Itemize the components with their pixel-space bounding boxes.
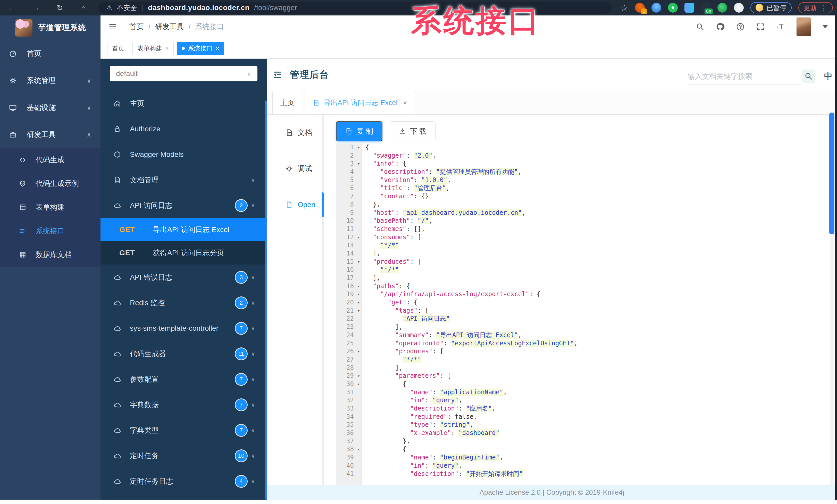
doc-nav-文档[interactable]: 文档 [267,115,322,151]
fold-arrow-icon[interactable]: ▾ [357,233,360,242]
fold-arrow-icon[interactable]: ▾ [357,298,360,307]
api-nav-定时任务日志[interactable]: 定时任务日志4∨ [101,468,267,494]
chevron-down-icon[interactable] [823,25,828,31]
search-icon[interactable] [696,22,705,31]
breadcrumb-item[interactable]: 首页 [129,22,144,32]
gutter-line[interactable]: 26▾ [336,348,361,356]
api-nav-主页[interactable]: 主页 [101,91,267,116]
breadcrumb-item[interactable]: 研发工具 [155,22,184,32]
collapse-menu-icon[interactable] [272,70,283,80]
gutter-line[interactable]: 18▾ [336,282,361,291]
api-nav-Swagger Models[interactable]: Swagger Models [101,142,267,167]
extension-icon[interactable] [652,3,661,13]
gutter-line[interactable]: 29▾ [336,372,361,380]
gutter-line: 13 [336,241,361,249]
tag-view-系统接口[interactable]: 系统接口× [177,42,224,55]
sidebar-subitem-系统接口[interactable]: 系统接口 [0,219,101,243]
back-icon[interactable]: ← [8,3,17,12]
api-operation-获得API 访问日志分页[interactable]: GET获得API 访问日志分页 [101,241,267,264]
sidebar-subitem-数据库文档[interactable]: 数据库文档 [0,243,101,266]
forward-icon[interactable]: → [32,3,41,12]
fold-arrow-icon[interactable]: ▾ [357,372,360,380]
sidebar-item-系统管理[interactable]: 系统管理∨ [0,67,101,94]
bookmark-star-icon[interactable]: ☆ [621,3,628,13]
api-nav-代码生成器[interactable]: 代码生成器11∨ [101,341,267,367]
breadcrumb-item[interactable]: 系统接口 [195,22,224,32]
code-line: ], [366,249,578,258]
code-editor[interactable]: 1▾23▾456789101112▾131415▾161718▾19▾20▾21… [336,144,837,501]
tag-view-表单构建[interactable]: 表单构建× [132,42,174,55]
font-size-icon[interactable]: tT [776,22,785,31]
kebab-menu-icon[interactable]: ⋮ [820,3,828,12]
close-icon[interactable]: × [403,99,407,107]
extension-icon[interactable] [717,3,727,13]
tag-view-首页[interactable]: 首页 [107,42,129,55]
extension-icon[interactable] [734,3,744,13]
gutter-line[interactable]: 15▾ [336,258,361,266]
doc-search-input[interactable] [688,69,801,85]
api-nav-定时任务[interactable]: 定时任务10∨ [101,443,267,468]
doc-tab-主页[interactable]: 主页 [272,91,302,114]
hamburger-icon[interactable] [108,22,117,31]
api-sidebar-scrollbar[interactable] [265,100,267,500]
fold-arrow-icon[interactable]: ▾ [357,290,360,298]
gutter-line[interactable]: 12▾ [336,233,361,242]
doc-tab-导出API 访问日志 Excel[interactable]: 导出API 访问日志 Excel× [305,91,415,114]
download-button[interactable]: 下 载 [390,121,435,142]
fold-arrow-icon[interactable]: ▾ [357,348,360,356]
avatar[interactable] [796,17,811,36]
api-group-select[interactable]: default ∨ [110,66,257,81]
doc-nav-调试[interactable]: 调试 [267,151,322,187]
fold-arrow-icon[interactable]: ▾ [357,307,360,315]
gutter-line[interactable]: 3▾ [336,160,361,168]
api-nav-字典类型[interactable]: 字典类型7∨ [101,417,267,443]
sidebar-subitem-表单构建[interactable]: 表单构建 [0,195,101,219]
gutter-line[interactable]: 20▾ [336,298,361,307]
reload-icon[interactable]: ↻ [55,3,65,12]
extension-icon[interactable]: 1 [635,3,645,13]
app-logo-row[interactable]: 芋道管理系统 [0,16,101,40]
extension-icon[interactable]: 6h [701,3,711,13]
api-nav-API 错误日志[interactable]: API 错误日志3∨ [101,264,267,290]
sidebar-item-首页[interactable]: 首页 [0,40,101,67]
gutter-line[interactable]: 19▾ [336,290,361,298]
github-icon[interactable] [716,22,725,31]
paused-pill[interactable]: 已暂停 [750,2,791,13]
fold-arrow-icon[interactable]: ▾ [357,445,360,453]
gutter-line[interactable]: 30▾ [336,380,361,388]
api-nav-参数配置[interactable]: 参数配置7∨ [101,367,267,392]
fold-arrow-icon[interactable]: ▾ [357,258,360,266]
help-icon[interactable] [736,22,745,31]
gutter-line[interactable]: 21▾ [336,307,361,315]
extension-icon[interactable] [668,3,678,13]
copy-button[interactable]: 复 制 [336,121,382,142]
fullscreen-icon[interactable] [756,22,765,31]
api-operation-导出API 访问日志 Excel[interactable]: GET导出API 访问日志 Excel [101,218,267,241]
gutter-line[interactable]: 1▾ [336,144,361,152]
doc-nav-Open[interactable]: Open [267,187,322,223]
scrollbar-thumb[interactable] [829,113,834,235]
close-icon[interactable]: × [165,45,169,52]
fold-arrow-icon[interactable]: ▾ [357,160,360,168]
api-nav-Authorize[interactable]: Authorize [101,116,267,142]
sidebar-subitem-代码生成示例[interactable]: 代码生成示例 [0,172,101,195]
sidebar-item-基础设施[interactable]: 基础设施∨ [0,94,101,121]
fold-arrow-icon[interactable]: ▾ [357,282,360,291]
security-label[interactable]: 不安全 [117,3,137,12]
fold-arrow-icon[interactable]: ▾ [357,380,360,388]
search-icon[interactable] [802,70,815,83]
sidebar-item-研发工具[interactable]: 研发工具∧ [0,121,101,148]
api-nav-API 访问日志[interactable]: API 访问日志2∧ [101,193,267,218]
update-pill[interactable]: 更新 ⋮ [798,2,833,13]
api-nav-sys-sms-template-controller[interactable]: sys-sms-template-controller7∨ [101,316,267,341]
close-icon[interactable]: × [216,45,219,52]
api-nav-文档管理[interactable]: 文档管理∨ [101,167,267,193]
language-icon[interactable]: 中 [824,71,832,82]
home-icon[interactable]: ⌂ [79,3,88,12]
sidebar-subitem-代码生成[interactable]: 代码生成 [0,148,101,172]
api-nav-字典数据[interactable]: 字典数据7∨ [101,392,267,417]
extension-icon[interactable] [684,3,694,13]
fold-arrow-icon[interactable]: ▾ [357,144,360,152]
api-nav-Redis 监控[interactable]: Redis 监控2∨ [101,290,267,316]
gutter-line[interactable]: 38▾ [336,445,361,453]
